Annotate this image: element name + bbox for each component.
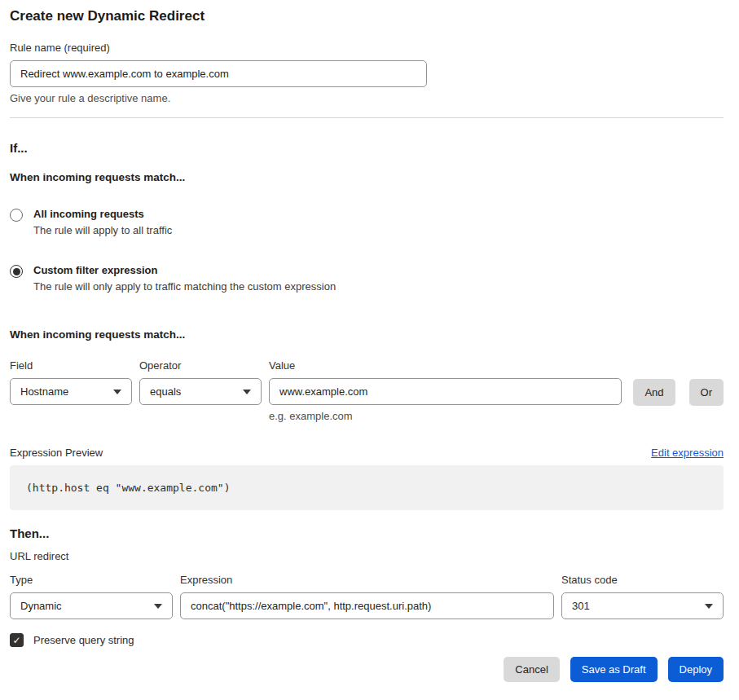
filter-match-heading: When incoming requests match... bbox=[10, 328, 724, 341]
if-match-heading: When incoming requests match... bbox=[10, 171, 724, 183]
then-heading: Then... bbox=[10, 526, 724, 540]
operator-column: Operator equals bbox=[139, 359, 262, 405]
radio-label: Custom filter expression bbox=[33, 264, 336, 276]
status-code-select-value: 301 bbox=[572, 600, 590, 612]
radio-description: The rule will only apply to traffic matc… bbox=[33, 280, 336, 293]
redirect-config-row: Type Dynamic Expression Status code 301 bbox=[10, 574, 724, 619]
footer-actions: Cancel Save as Draft Deploy bbox=[10, 657, 724, 682]
expression-label: Expression bbox=[180, 574, 554, 586]
status-code-label: Status code bbox=[561, 574, 724, 586]
field-select-value: Hostname bbox=[20, 385, 68, 398]
radio-all-incoming-requests[interactable]: All incoming requests The rule will appl… bbox=[10, 208, 172, 236]
radio-custom-filter-expression[interactable]: Custom filter expression The rule will o… bbox=[10, 264, 336, 293]
field-column: Field Hostname bbox=[10, 359, 132, 405]
expression-preview-header: Expression Preview Edit expression bbox=[10, 447, 724, 459]
and-button[interactable]: And bbox=[633, 379, 675, 406]
radio-icon[interactable] bbox=[10, 265, 23, 278]
filter-builder-row: Field Hostname Operator equals Value e.g… bbox=[10, 359, 724, 422]
type-column: Type Dynamic bbox=[10, 574, 173, 619]
value-help: e.g. example.com bbox=[269, 410, 622, 422]
status-code-select[interactable]: 301 bbox=[561, 592, 724, 619]
section-divider bbox=[10, 117, 724, 118]
rule-name-group: Rule name (required) Give your rule a de… bbox=[10, 42, 724, 104]
expression-preview-code: (http.host eq "www.example.com") bbox=[10, 465, 724, 510]
url-redirect-label: URL redirect bbox=[10, 550, 724, 562]
operator-select-value: equals bbox=[150, 385, 181, 398]
field-select[interactable]: Hostname bbox=[10, 378, 132, 405]
rule-name-input[interactable] bbox=[10, 60, 427, 87]
radio-text: Custom filter expression The rule will o… bbox=[33, 264, 336, 293]
type-label: Type bbox=[10, 574, 173, 586]
and-or-buttons: And Or bbox=[633, 359, 724, 406]
create-redirect-page: Create new Dynamic Redirect Rule name (r… bbox=[0, 0, 739, 692]
preserve-query-string-checkbox[interactable]: ✓ Preserve query string bbox=[10, 633, 134, 647]
or-button[interactable]: Or bbox=[689, 379, 724, 406]
value-label: Value bbox=[269, 359, 622, 372]
rule-name-help: Give your rule a descriptive name. bbox=[10, 92, 724, 104]
value-input[interactable] bbox=[269, 378, 622, 405]
expression-column: Expression bbox=[180, 574, 554, 619]
radio-icon[interactable] bbox=[10, 209, 23, 222]
type-select[interactable]: Dynamic bbox=[10, 592, 173, 619]
save-as-draft-button[interactable]: Save as Draft bbox=[570, 657, 658, 682]
rule-name-label: Rule name (required) bbox=[10, 42, 724, 54]
expression-preview-label: Expression Preview bbox=[10, 447, 103, 459]
check-mark-icon: ✓ bbox=[12, 636, 20, 645]
chevron-down-icon bbox=[243, 390, 251, 394]
value-column: Value e.g. example.com bbox=[269, 359, 622, 422]
if-heading: If... bbox=[10, 141, 724, 155]
deploy-button[interactable]: Deploy bbox=[668, 657, 724, 682]
field-label: Field bbox=[10, 359, 132, 372]
redirect-expression-input[interactable] bbox=[180, 592, 554, 619]
chevron-down-icon bbox=[154, 604, 162, 609]
radio-label: All incoming requests bbox=[33, 208, 172, 220]
status-code-column: Status code 301 bbox=[561, 574, 724, 619]
type-select-value: Dynamic bbox=[20, 600, 62, 612]
chevron-down-icon bbox=[113, 390, 121, 394]
operator-select[interactable]: equals bbox=[139, 378, 262, 405]
edit-expression-link[interactable]: Edit expression bbox=[651, 447, 724, 459]
radio-text: All incoming requests The rule will appl… bbox=[33, 208, 172, 236]
radio-description: The rule will apply to all traffic bbox=[33, 224, 172, 236]
chevron-down-icon bbox=[705, 604, 713, 609]
checkbox-label: Preserve query string bbox=[33, 634, 134, 646]
checkbox-icon[interactable]: ✓ bbox=[10, 633, 24, 647]
cancel-button[interactable]: Cancel bbox=[504, 657, 559, 682]
page-title: Create new Dynamic Redirect bbox=[10, 8, 724, 24]
operator-label: Operator bbox=[139, 359, 262, 372]
